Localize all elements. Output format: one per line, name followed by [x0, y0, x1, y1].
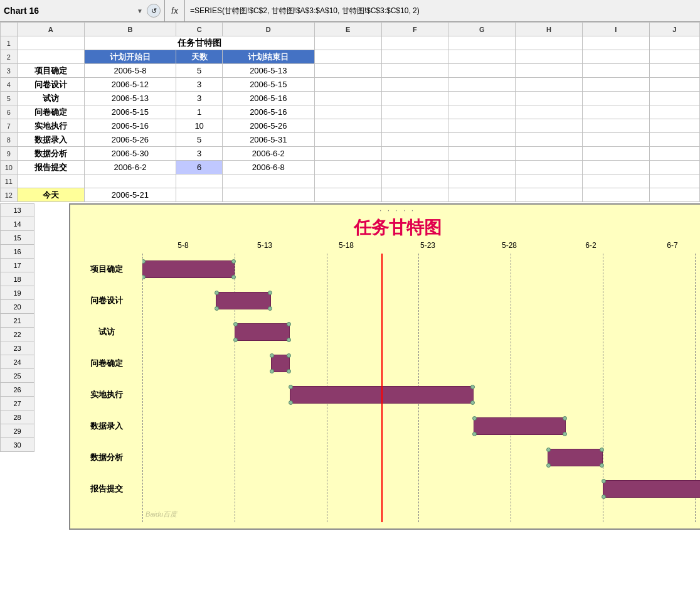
row-num-18: 18 [0, 272, 34, 286]
gantt-bar-6[interactable] [474, 417, 566, 435]
y-label-4: 问卷确定 [70, 348, 142, 379]
formula-bar-container: Chart 16 ▼ ↺ fx =SERIES(甘特图!$C$2, 甘特图!$A… [0, 0, 700, 22]
col-header-j[interactable]: J [649, 23, 699, 36]
grid-line-5 [511, 254, 511, 522]
row-num-28: 28 [0, 410, 34, 424]
col-header-c[interactable]: C [176, 23, 222, 36]
table-row: 2 计划开始日 天数 计划结束日 [1, 50, 700, 64]
row-num-30: 30 [0, 438, 34, 452]
chart-name-box: Chart 16 ▼ ↺ [0, 0, 165, 21]
table-row: 3 项目确定 2006-5-8 5 2006-5-13 [1, 64, 700, 78]
y-label-5: 实地执行 [70, 379, 142, 410]
table-row: 8 数据录入 2006-5-26 5 2006-5-31 [1, 133, 700, 147]
gantt-bar-7[interactable] [548, 449, 603, 466]
today-label: 今天 [17, 188, 84, 202]
spreadsheet-table: A B C D E F G H I J 1 任务甘特图 2 [0, 22, 700, 202]
row-num-20: 20 [0, 300, 34, 314]
col-header-a[interactable]: A [17, 23, 84, 36]
cell-e2[interactable] [314, 50, 381, 64]
header-days: 天数 [176, 50, 222, 64]
row-num-26: 26 [0, 383, 34, 397]
x-label-1: 5-8 [142, 241, 224, 250]
x-label-6: 6-2 [550, 241, 632, 250]
cell-j2[interactable] [649, 50, 699, 64]
x-label-2: 5-13 [224, 241, 305, 250]
gantt-bar-2[interactable] [216, 292, 271, 309]
today-line [381, 254, 383, 522]
refresh-button[interactable]: ↺ [147, 4, 161, 18]
row-num-24: 24 [0, 355, 34, 369]
gantt-bar-4[interactable] [271, 355, 289, 372]
x-label-7: 6-7 [632, 241, 700, 250]
cell-e1[interactable] [314, 36, 381, 50]
row-num-23: 23 [0, 341, 34, 355]
fx-label: fx [165, 0, 185, 21]
row-num-17: 17 [0, 259, 34, 272]
row-num-16: 16 [0, 245, 34, 259]
row-num-25: 25 [0, 369, 34, 383]
table-row: 1 任务甘特图 [1, 36, 700, 50]
row-num-1: 1 [1, 36, 18, 50]
grid-line-1 [142, 254, 143, 522]
cell-i2[interactable] [582, 50, 649, 64]
cell-h2[interactable] [516, 50, 583, 64]
gantt-bar-3[interactable] [235, 323, 290, 341]
row-num-21: 21 [0, 314, 34, 328]
y-label-3: 试访 [70, 316, 142, 348]
y-axis-labels: 项目确定 问卷设计 试访 问卷确定 实地执行 数据录入 数据分析 报告提交 [70, 254, 142, 505]
y-label-2: 问卷设计 [70, 285, 142, 316]
chart-resize-handle[interactable]: · · · · · [379, 206, 415, 215]
dropdown-arrow-icon[interactable]: ▼ [137, 8, 143, 14]
row-num-22: 22 [0, 328, 34, 341]
table-row: 5 试访 2006-5-13 3 2006-5-16 [1, 92, 700, 105]
table-row: 9 数据分析 2006-5-30 3 2006-6-2 [1, 147, 700, 161]
col-header-i[interactable]: I [582, 23, 649, 36]
gantt-chart[interactable]: · · · · · 任务甘特图 [69, 203, 700, 530]
cell-a2[interactable] [17, 50, 84, 64]
corner-header [1, 23, 18, 36]
title-cell: 任务甘特图 [84, 36, 314, 50]
table-row: 7 实地执行 2006-5-16 10 2006-5-26 [1, 119, 700, 133]
watermark: Baidu百度 [146, 510, 177, 519]
cell-g1[interactable] [448, 36, 516, 50]
y-label-7: 数据分析 [70, 442, 142, 473]
cell-g2[interactable] [448, 50, 516, 64]
table-row: 6 问卷确定 2006-5-15 1 2006-5-16 [1, 105, 700, 119]
header-start: 计划开始日 [84, 50, 176, 64]
cell-i1[interactable] [582, 36, 649, 50]
gantt-plot-area: Baidu百度 [142, 254, 700, 522]
cell-f2[interactable] [381, 50, 448, 64]
col-header-d[interactable]: D [222, 23, 314, 36]
col-header-f[interactable]: F [381, 23, 448, 36]
x-label-5: 5-28 [469, 241, 550, 250]
row-num-29: 29 [0, 424, 34, 438]
chart-name-label: Chart 16 [4, 6, 134, 16]
table-row: 4 问卷设计 2006-5-12 3 2006-5-15 [1, 78, 700, 92]
col-header-b[interactable]: B [84, 23, 176, 36]
x-label-3: 5-18 [305, 241, 387, 250]
table-row: 11 [1, 174, 700, 188]
gantt-bar-1[interactable] [142, 260, 235, 278]
header-end: 计划结束日 [222, 50, 314, 64]
row-num-27: 27 [0, 397, 34, 410]
y-label-1: 项目确定 [70, 254, 142, 285]
row-num-13: 13 [0, 203, 34, 217]
col-header-e[interactable]: E [314, 23, 381, 36]
gantt-bar-8[interactable] [603, 480, 700, 498]
x-axis-labels: 5-8 5-13 5-18 5-23 5-28 6-2 6-7 [142, 241, 700, 250]
cell-h1[interactable] [516, 36, 583, 50]
refresh-icon: ↺ [151, 7, 157, 15]
table-row: 10 报告提交 2006-6-2 6 2006-6-8 [1, 161, 700, 174]
cell-f1[interactable] [381, 36, 448, 50]
col-header-g[interactable]: G [448, 23, 516, 36]
formula-input[interactable]: =SERIES(甘特图!$C$2, 甘特图!$A$3:$A$10, 甘特图!$C… [185, 6, 700, 16]
x-label-4: 5-23 [387, 241, 469, 250]
cell-a1[interactable] [17, 36, 84, 50]
col-header-h[interactable]: H [516, 23, 583, 36]
row-num-15: 15 [0, 231, 34, 245]
row-num-19: 19 [0, 286, 34, 300]
cell-j1[interactable] [649, 36, 699, 50]
y-label-8: 报告提交 [70, 473, 142, 505]
row-num-14: 14 [0, 217, 34, 231]
table-row: 12 今天 2006-5-21 [1, 188, 700, 202]
